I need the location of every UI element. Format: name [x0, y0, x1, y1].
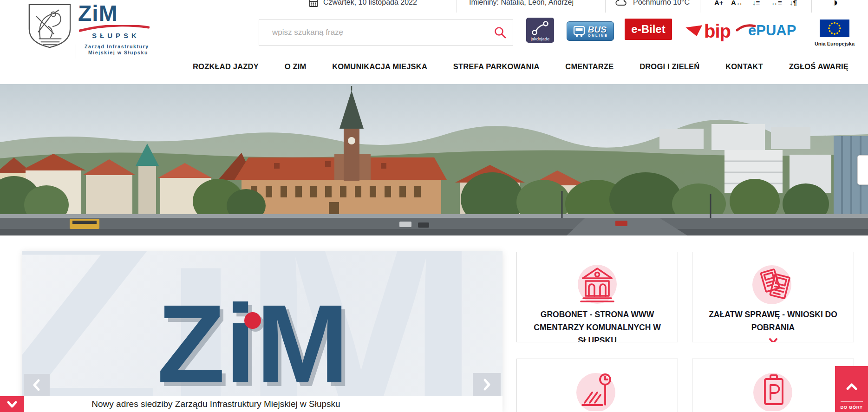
epuap-label: ePUAP [748, 22, 796, 39]
topbar-divider [700, 0, 700, 13]
card-zalatw-sprawe[interactable]: ZAŁATW SPRAWĘ - WNIOSKI DO POBRANIA [692, 252, 854, 342]
card-title-line: SŁUPSKU [517, 334, 678, 342]
bip-label: bip [704, 24, 731, 38]
carousel-prev-button[interactable] [24, 374, 50, 396]
nav-kontakt[interactable]: KONTAKT [725, 62, 763, 71]
epuap-link[interactable]: ePUAP [736, 21, 806, 39]
mybus-label-bottom: ONLINE [588, 34, 608, 38]
bip-triangle-icon [684, 24, 702, 38]
zim-logo-subtitle-2: Miejskiej w Słupsku [88, 50, 148, 55]
calendar-icon [308, 0, 319, 8]
weather-text: Pochmurno 10°C [633, 0, 690, 8]
to-top-label: DO GÓRY [840, 405, 862, 410]
to-top-divider [841, 401, 863, 402]
card-title-line: ZAŁATW SPRAWĘ - WNIOSKI DO [692, 308, 854, 321]
nav-rozklad-jazdy[interactable]: ROZKŁAD JAZDY [193, 62, 259, 71]
carousel-caption[interactable]: Nowy adres siedziby Zarządu Infrastruktu… [22, 396, 503, 412]
carousel-next-button[interactable] [473, 373, 501, 396]
nameday-text: Imieniny: Natalia, Leon, Andrzej [469, 0, 574, 8]
nav-cmentarze[interactable]: CMENTARZE [565, 62, 613, 71]
nav-o-zim[interactable]: O ZIM [285, 62, 307, 71]
chevron-right-icon [482, 378, 492, 392]
card-title-line: CMENTARZY KOMUNALNYCH W [517, 321, 678, 334]
card-parking[interactable] [692, 359, 854, 412]
paragraph-spacing-button[interactable]: ↓¶ [790, 0, 797, 8]
documents-icon [752, 262, 794, 304]
line-height-button[interactable]: ↓≡ [752, 0, 760, 8]
main-navigation: ROZKŁAD JAZDY O ZIM KOMUNIKACJA MIEJSKA … [193, 56, 848, 77]
card-arrow-icon [767, 336, 779, 342]
eu-link[interactable]: Unia Europejska [814, 19, 855, 45]
side-panel-tab[interactable] [857, 155, 868, 185]
topbar-divider [605, 0, 606, 13]
card-title-line: GROBONET - STRONA WWW [517, 308, 678, 321]
eu-flag-icon [820, 19, 849, 38]
mybus-online-link[interactable]: BUS ONLINE [567, 21, 614, 41]
zim-logo[interactable]: ZiM SŁUPSK Zarząd Infrastruktury Miejski… [78, 2, 157, 25]
jakdojade-label: jakdojade [531, 36, 550, 43]
card-rozklady[interactable] [516, 359, 678, 412]
ebilet-link[interactable]: e-Bilet [625, 19, 672, 40]
zim-logo-text: ZiM [78, 2, 157, 25]
font-increase-button[interactable]: A+ [714, 0, 724, 8]
mybus-label-top: BUS [588, 25, 608, 34]
ebilet-label: e-Bilet [631, 23, 665, 36]
topbar-divider [811, 0, 812, 13]
nav-strefa-parkowania[interactable]: STREFA PARKOWANIA [453, 62, 540, 71]
scroll-down-button[interactable] [0, 396, 24, 412]
timetable-clock-icon [576, 369, 618, 411]
font-width-button[interactable]: A↔ [731, 0, 743, 8]
jakdojade-link[interactable]: jakdojade [526, 18, 554, 43]
eu-label: Unia Europejska [814, 41, 855, 46]
zim-slupsk-homepage: Czwartek, 10 listopada 2022 Imieniny: Na… [0, 0, 868, 412]
site-search [259, 20, 513, 46]
card-title-line: POBRANIA [692, 321, 854, 334]
cemetery-building-icon [576, 262, 618, 304]
bip-link[interactable]: bip [684, 22, 731, 40]
chevron-down-icon [5, 400, 20, 409]
news-carousel: ZiM ZiM Nowy adres siedziby Zarządu Infr… [22, 251, 503, 412]
parking-clipboard-icon [752, 369, 794, 411]
current-date: Czwartek, 10 listopada 2022 [323, 0, 417, 8]
card-grobonet[interactable]: GROBONET - STRONA WWW CMENTARZY KOMUNALN… [516, 252, 678, 342]
bus-icon [573, 25, 586, 38]
zim-logo-subtitle-1: Zarząd Infrastruktury [85, 44, 149, 49]
carousel-slide: ZiM ZiM [22, 251, 503, 396]
chevron-left-icon [32, 378, 42, 392]
nav-zglos-awarie[interactable]: ZGŁOŚ AWARIĘ [789, 62, 848, 71]
slide-logo-dot [244, 312, 261, 329]
zim-logo-city: SŁUPSK [92, 32, 140, 39]
topbar-divider [457, 0, 457, 13]
slide-zim-logo: ZiM [157, 288, 349, 396]
scroll-to-top-button[interactable]: DO GÓRY [835, 366, 868, 412]
chevron-up-icon [843, 382, 860, 391]
city-crest-logo[interactable] [26, 3, 73, 51]
nav-drogi-i-zielen[interactable]: DROGI I ZIELEŃ [640, 62, 699, 71]
contrast-toggle-icon[interactable]: ◑ [831, 0, 838, 8]
logo-divider [76, 45, 76, 59]
cloud-icon [614, 0, 628, 8]
letter-spacing-button[interactable]: ↔≡ [771, 0, 782, 8]
search-button[interactable] [494, 26, 507, 39]
route-icon [530, 20, 550, 36]
nav-komunikacja-miejska[interactable]: KOMUNIKACJA MIEJSKA [332, 62, 427, 71]
search-input[interactable] [259, 20, 513, 46]
search-icon [494, 26, 507, 39]
hero-city-panorama [0, 84, 868, 235]
